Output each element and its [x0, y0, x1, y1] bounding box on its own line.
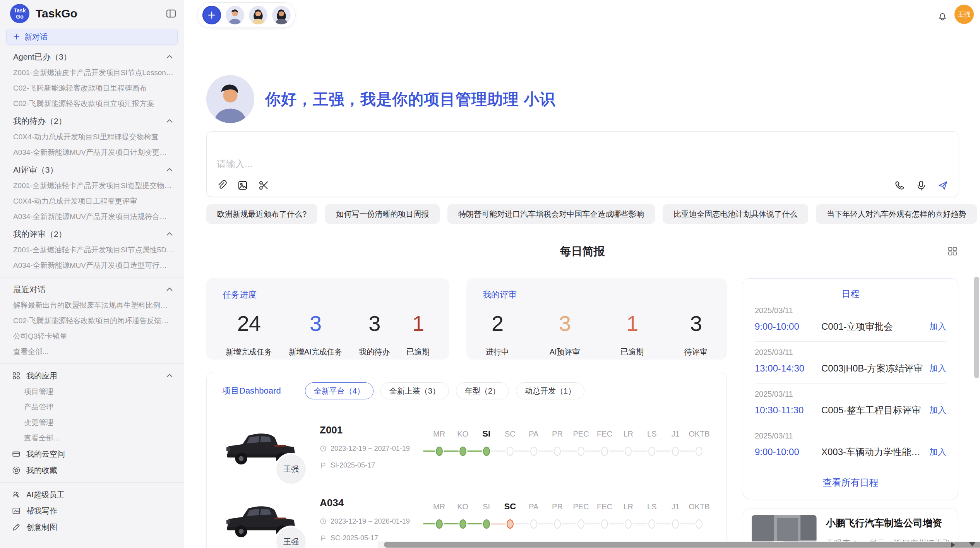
- milestone-node[interactable]: [436, 519, 443, 529]
- my-apps-child-item[interactable]: 查看全部...: [0, 430, 184, 446]
- vertical-scrollbar-thumb[interactable]: [974, 277, 979, 378]
- sidebar-task-item[interactable]: C02-飞腾新能源轻客改款项目立项汇报方案: [0, 96, 184, 111]
- join-link[interactable]: 加入: [929, 363, 946, 374]
- suggestion-chip[interactable]: 如何写一份清晰的项目周报: [325, 204, 440, 224]
- project-date-range: 2023-12-19 ~ 2027-01-19: [320, 445, 420, 453]
- sidebar-item-帮我写作[interactable]: 帮我写作: [0, 503, 184, 519]
- sidebar-task-item[interactable]: C0X4-动力总成开发项目SI里程碑提交物检查: [0, 129, 184, 145]
- milestone-connector: [609, 450, 624, 452]
- horizontal-scrollbar-thumb[interactable]: [384, 542, 980, 548]
- new-chat-button[interactable]: 新对话: [6, 29, 178, 45]
- recent-section-header[interactable]: 最近对话: [0, 281, 184, 298]
- milestone-node[interactable]: [648, 519, 655, 529]
- horizontal-scrollbar[interactable]: [378, 541, 980, 548]
- view-all-schedule-link[interactable]: 查看所有日程: [755, 476, 946, 489]
- milestone-node[interactable]: [459, 519, 466, 529]
- join-link[interactable]: 加入: [929, 446, 946, 458]
- project-row[interactable]: 王强A0342023-12-19 ~ 2026-01-19SC-2025-05-…: [222, 494, 711, 545]
- project-dashboard-card: 项目Dashboard 全新平台（4）全新上装（3）年型（2）动总开发（1） 王…: [206, 372, 727, 548]
- milestone-node[interactable]: [577, 447, 584, 456]
- milestone-node[interactable]: [696, 519, 702, 529]
- team-member-avatar[interactable]: [272, 6, 291, 24]
- dashboard-tab[interactable]: 全新平台（4）: [305, 382, 373, 399]
- join-link[interactable]: 加入: [929, 321, 946, 332]
- stat-value: 3: [559, 311, 571, 336]
- event-name: X003-车辆动力学性能验...: [821, 446, 923, 458]
- sidebar-section-header[interactable]: AI评审（3）: [0, 162, 184, 178]
- chevron-up-icon: [165, 53, 174, 61]
- sidebar-task-item[interactable]: Z001-全新燃油轻卡产品开发项目SI节点属性5D文件评审: [0, 242, 184, 258]
- milestone-node[interactable]: [554, 519, 561, 529]
- sidebar-collapse-icon[interactable]: [165, 8, 177, 19]
- sidebar-section-header[interactable]: Agent已办（3）: [0, 49, 184, 65]
- image-icon[interactable]: [237, 180, 248, 191]
- phone-icon[interactable]: [894, 180, 905, 191]
- dashboard-tab[interactable]: 年型（2）: [456, 382, 509, 399]
- milestone-node[interactable]: [530, 447, 537, 456]
- milestone-node[interactable]: [577, 519, 584, 529]
- sidebar-task-item[interactable]: Z001-全新燃油轻卡产品开发项目SI造型提交物评审: [0, 178, 184, 194]
- milestone-node[interactable]: [672, 447, 679, 456]
- suggestion-chip[interactable]: 特朗普可能对进口汽车增税会对中国车企造成哪些影响: [447, 204, 655, 224]
- my-apps-child-item[interactable]: 项目管理: [0, 384, 184, 399]
- suggestion-chip[interactable]: 当下年轻人对汽车外观有怎样的喜好趋势: [816, 204, 977, 224]
- milestone-node[interactable]: [648, 447, 655, 456]
- join-link[interactable]: 加入: [929, 404, 946, 416]
- microphone-icon[interactable]: [915, 180, 927, 191]
- sidebar-item-我的收藏[interactable]: 我的收藏: [0, 462, 184, 478]
- my-apps-header[interactable]: 我的应用: [0, 368, 184, 384]
- scissors-icon[interactable]: [258, 180, 269, 191]
- sidebar-item-创意制图[interactable]: 创意制图: [0, 519, 184, 535]
- recent-conversation-item[interactable]: 解释最新出台的欧盟报废车法规再生塑料比例被调至15%...: [0, 298, 184, 313]
- milestone-connector: [680, 450, 695, 452]
- sidebar-task-item[interactable]: Z001-全新燃油皮卡产品开发项目SI节点Lesson Learn报告: [0, 65, 184, 80]
- suggestion-chip[interactable]: 比亚迪全固态电池计划具体说了什么: [663, 204, 808, 224]
- milestone-node[interactable]: [625, 447, 632, 456]
- sidebar-task-item[interactable]: A034-全新新能源MUV产品开发项目法规符合性评审: [0, 209, 184, 224]
- schedule-event[interactable]: 2025/03/119:00-10:00C001-立项审批会加入: [755, 300, 946, 342]
- dashboard-tab[interactable]: 动总开发（1）: [516, 382, 584, 399]
- suggestion-chip[interactable]: 欧洲新规最近颁布了什么?: [206, 204, 317, 224]
- my-apps-child-item[interactable]: 产品管理: [0, 399, 184, 415]
- sidebar-item-AI超级员工[interactable]: AI超级员工: [0, 486, 184, 503]
- chat-composer[interactable]: 请输入...: [206, 131, 958, 197]
- schedule-event[interactable]: 2025/03/1110:30-11:30C005-整车工程目标评审加入: [755, 384, 946, 425]
- milestone-node[interactable]: [507, 447, 514, 456]
- sidebar-item-我的云空间[interactable]: 我的云空间: [0, 446, 184, 462]
- milestone-node[interactable]: [601, 447, 608, 456]
- recent-conversation-item[interactable]: 公司Q3轻卡销量: [0, 329, 184, 344]
- milestone-node[interactable]: [483, 519, 490, 529]
- team-member-avatar[interactable]: [249, 6, 267, 24]
- team-member-avatar[interactable]: [226, 6, 244, 24]
- milestone-node[interactable]: [672, 519, 679, 529]
- milestone-node[interactable]: [696, 447, 702, 456]
- schedule-event[interactable]: 2025/03/1113:00-14:30C003|H0B-方案冻结评审加入: [755, 342, 946, 384]
- milestone-node[interactable]: [625, 519, 632, 529]
- scroll-down-arrow[interactable]: [969, 542, 975, 546]
- sidebar-task-item[interactable]: C02-飞腾新能源轻客改款项目里程碑画布: [0, 80, 184, 96]
- project-dates-text: 2023-12-19 ~ 2027-01-19: [331, 445, 410, 453]
- sidebar-section-header[interactable]: 我的评审（2）: [0, 226, 184, 242]
- sidebar-task-item[interactable]: A034-全新新能源MUV产品开发项目造型可行性评审: [0, 258, 184, 273]
- my-apps-child-item[interactable]: 变更管理: [0, 415, 184, 430]
- sidebar-task-item[interactable]: C0X4-动力总成开发项目工程变更评审: [0, 194, 184, 209]
- add-button[interactable]: [202, 6, 221, 24]
- milestone-node[interactable]: [459, 447, 466, 456]
- milestone-node[interactable]: [483, 447, 490, 456]
- attachment-icon[interactable]: [216, 180, 228, 191]
- sidebar-section-header[interactable]: 我的待办（2）: [0, 113, 184, 129]
- dashboard-tab[interactable]: 全新上装（3）: [380, 382, 449, 399]
- milestone-node[interactable]: [436, 447, 443, 456]
- layout-grid-icon[interactable]: [947, 245, 958, 257]
- scroll-right-arrow[interactable]: [951, 542, 955, 548]
- recent-view-all[interactable]: 查看全部...: [0, 344, 184, 360]
- sidebar-task-item[interactable]: A034-全新新能源MUV产品开发项目计划变更表编写: [0, 145, 184, 160]
- milestone-node[interactable]: [554, 447, 561, 456]
- send-icon[interactable]: [937, 180, 949, 191]
- project-row[interactable]: 王强Z0012023-12-19 ~ 2027-01-19SI-2025-05-…: [222, 421, 711, 472]
- milestone-node[interactable]: [507, 519, 514, 529]
- milestone-node[interactable]: [530, 519, 537, 529]
- milestone-node[interactable]: [601, 519, 608, 529]
- schedule-event[interactable]: 2025/03/119:00-10:00X003-车辆动力学性能验...加入: [755, 425, 946, 467]
- recent-conversation-item[interactable]: C02-飞腾新能源轻客改款项目的闭环通告反馈情况: [0, 313, 184, 329]
